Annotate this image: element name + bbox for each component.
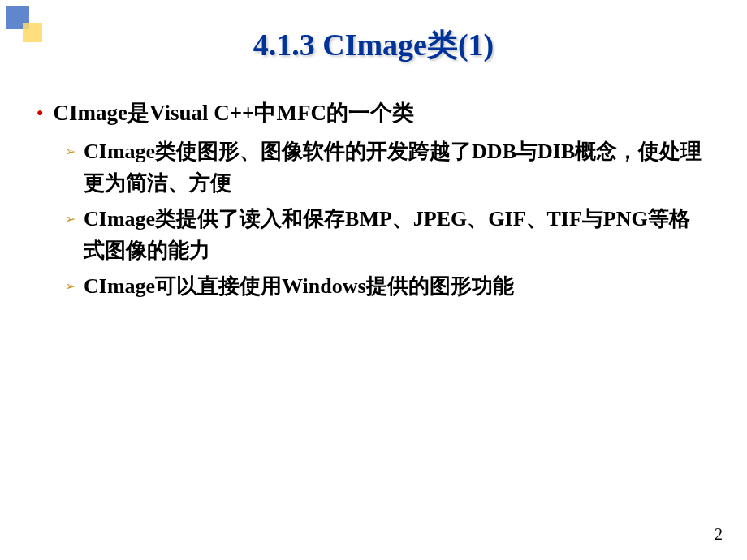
sub-bullet: ➢ CImage类提供了读入和保存BMP、JPEG、GIF、TIF与PNG等格式… (65, 203, 710, 266)
slide-title: 4.1.3 CImage类(1) (0, 0, 747, 82)
sub-bullet: ➢ CImage类使图形、图像软件的开发跨越了DDB与DIB概念，使处理更为简洁… (65, 136, 710, 199)
sub-bullet-text: CImage可以直接使用Windows提供的图形功能 (84, 270, 514, 302)
main-bullet: ● CImage是Visual C++中MFC的一个类 (37, 98, 710, 129)
chevron-right-icon: ➢ (65, 278, 76, 294)
slide-content: ● CImage是Visual C++中MFC的一个类 ➢ CImage类使图形… (0, 82, 747, 322)
svg-rect-1 (23, 23, 42, 42)
chevron-right-icon: ➢ (65, 144, 76, 159)
sub-bullet-text: CImage类提供了读入和保存BMP、JPEG、GIF、TIF与PNG等格式图像… (84, 203, 710, 266)
bullet-disc-icon: ● (37, 106, 43, 119)
chevron-right-icon: ➢ (65, 211, 76, 226)
sub-bullet-text: CImage类使图形、图像软件的开发跨越了DDB与DIB概念，使处理更为简洁、方… (84, 136, 710, 199)
sub-bullet: ➢ CImage可以直接使用Windows提供的图形功能 (65, 270, 710, 302)
page-number: 2 (715, 525, 723, 544)
corner-decoration (0, 0, 49, 49)
main-bullet-text: CImage是Visual C++中MFC的一个类 (53, 98, 414, 129)
